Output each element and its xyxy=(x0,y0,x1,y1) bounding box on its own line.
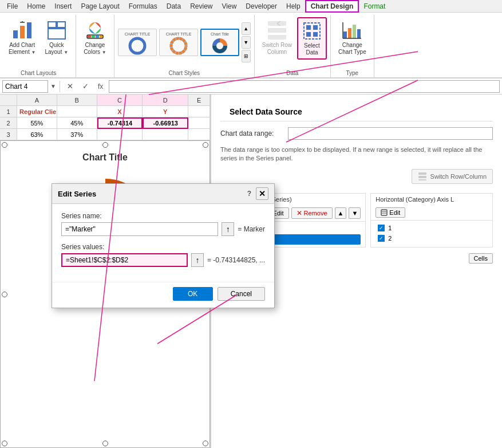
edit-series-dialog: Edit Series ? ✕ Series name: ↑ = Marker … xyxy=(52,183,275,308)
modal-ok-btn[interactable]: OK xyxy=(173,287,213,301)
series-values-input[interactable] xyxy=(61,253,188,267)
modal-close-btn[interactable]: ✕ xyxy=(256,187,268,200)
series-name-ref-btn[interactable]: ↑ xyxy=(222,222,234,236)
series-values-ref-btn[interactable]: ↑ xyxy=(191,253,204,267)
series-name-resolved: = Marker xyxy=(238,225,265,233)
modal-title-bar: Edit Series ? ✕ xyxy=(52,184,274,204)
modal-cancel-btn[interactable]: Cancel xyxy=(218,287,265,301)
modal-footer: OK Cancel xyxy=(52,282,274,308)
modal-overlay: Edit Series ? ✕ Series name: ↑ = Marker … xyxy=(0,0,502,448)
series-name-input[interactable] xyxy=(61,222,218,236)
series-name-label: Series name: xyxy=(61,212,265,220)
series-values-field: Series values: ↑ = -0.743144825, ... xyxy=(61,243,265,267)
series-values-label: Series values: xyxy=(61,243,265,251)
modal-body: Series name: ↑ = Marker Series values: ↑… xyxy=(52,204,274,282)
series-name-row: ↑ = Marker xyxy=(61,222,265,236)
modal-help-icon[interactable]: ? xyxy=(247,190,251,198)
series-values-resolved: = -0.743144825, ... xyxy=(207,256,265,264)
series-name-field: Series name: ↑ = Marker xyxy=(61,212,265,236)
modal-title: Edit Series xyxy=(58,190,96,198)
series-values-row: ↑ = -0.743144825, ... xyxy=(61,253,265,267)
